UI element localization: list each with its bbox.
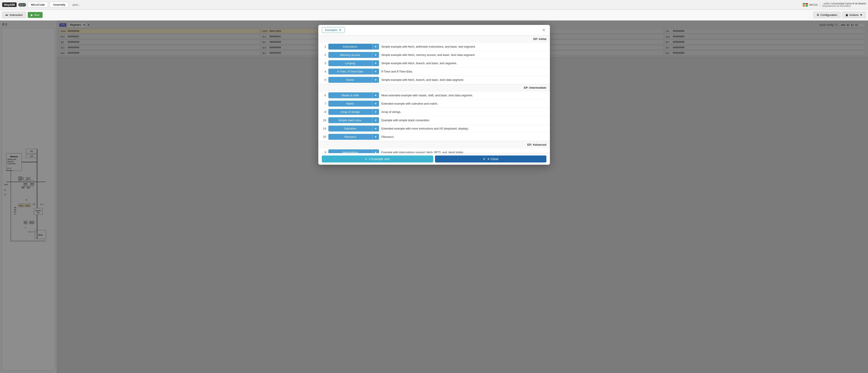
example-button[interactable]: Memory access xyxy=(329,52,372,58)
example-btn-group: If-Then, If-Then-Else▼ xyxy=(329,69,379,74)
top-bar: WepSIM 2.2.* MicroCode Assembly proc... … xyxy=(0,0,868,10)
run-icon: ▶ xyxy=(31,13,33,17)
example-row: 7Matrix▼Extended example with subrutine … xyxy=(318,100,550,108)
example-description: If-Then and If-Then-Else. xyxy=(381,70,547,73)
example-button[interactable]: Simple stack conv. xyxy=(329,117,372,123)
arcos-logo: ARCOS xyxy=(803,3,818,6)
step-icon: ⏭ xyxy=(5,13,8,17)
example-dropdown-button[interactable]: ▼ xyxy=(372,60,379,66)
run-button[interactable]: ▶ Run xyxy=(28,12,42,18)
arcos-blocks-icon xyxy=(803,3,808,6)
row-number: 9 xyxy=(321,151,326,153)
config-icon: ⚙ xyxy=(817,13,819,17)
example-row: 19Subrutine▼Extended example with more i… xyxy=(318,124,550,133)
example-row: 20Fibonacci▼Fibonacci. xyxy=(318,133,550,141)
arcos-text: ARCOS xyxy=(809,3,818,6)
row-number: 8 xyxy=(321,110,326,114)
example-btn-group: Vector▼ xyxy=(329,77,379,83)
example-button[interactable]: Fibonacci xyxy=(329,134,372,140)
row-number: 2 xyxy=(321,53,326,57)
example-dropdown-button[interactable]: ▼ xyxy=(372,69,379,74)
example-description: Extended example with more instructions … xyxy=(381,127,547,130)
example-row: 18Simple stack conv.▼Example with simple… xyxy=(318,116,550,124)
example-btn-group: Interruptions▼ xyxy=(329,149,379,153)
app-version: 2.2.* xyxy=(18,3,26,6)
example-dropdown-button[interactable]: ▼ xyxy=(372,149,379,153)
example-button[interactable]: If-Then, If-Then-Else xyxy=(329,69,372,74)
example-row: 2Memory access▼Simple example with fetch… xyxy=(318,51,550,59)
example-description: Example with simple stack convention. xyxy=(381,119,547,122)
example-row: 8Array of strings▼Array of strings. xyxy=(318,108,550,116)
example-dropdown-button[interactable]: ▼ xyxy=(372,101,379,106)
modal-body: EP: Initial1Instructions▼Simple example … xyxy=(318,35,550,153)
row-number: 3 xyxy=(321,62,326,65)
app-logo: WepSIM xyxy=(2,2,17,7)
examples-dropdown-icon: ▼ xyxy=(339,28,342,32)
proc-tab: proc... xyxy=(70,2,83,7)
modal-header: Examples ▼ × xyxy=(318,25,550,35)
example-btn-group: Subrutine▼ xyxy=(329,126,379,131)
examples-dropdown-button[interactable]: Examples ▼ xyxy=(322,27,345,33)
example-button[interactable]: Interruptions xyxy=(329,149,372,153)
actions-dropdown-icon: ▼ xyxy=(860,13,863,17)
example-row: 9Interruptions▼Example with interruption… xyxy=(318,148,550,153)
list-icon: ≡ xyxy=(365,157,367,161)
example-row: 4If-Then, If-Then-Else▼If-Then and If-Th… xyxy=(318,67,550,76)
example-btn-group: Instructions▼ xyxy=(329,44,379,50)
example-button[interactable]: Subrutine xyxy=(329,126,372,131)
row-number: 5 xyxy=(321,78,326,82)
example-dropdown-button[interactable]: ▼ xyxy=(372,109,379,115)
example-button[interactable]: Array of strings xyxy=(329,109,372,115)
example-btn-group: Matrix▼ xyxy=(329,101,379,106)
example-button[interactable]: Matrix xyxy=(329,101,372,106)
example-sets-button[interactable]: ≡ ≡ Example sets xyxy=(322,155,433,162)
example-button[interactable]: Vector xyxy=(329,77,372,83)
example-row: 6Masks & shift▼More extended example wit… xyxy=(318,91,550,100)
example-description: Fibonacci. xyxy=(381,135,547,138)
row-number: 18 xyxy=(321,119,326,122)
assembly-button[interactable]: Assembly xyxy=(50,2,69,8)
example-button[interactable]: Masks & shift xyxy=(329,92,372,98)
modal-footer: ≡ ≡ Example sets ✕ ✕ Close xyxy=(318,153,550,165)
configuration-button[interactable]: ⚙ Configuration xyxy=(813,12,840,18)
example-btn-group: Simple stack conv.▼ xyxy=(329,117,379,123)
modal-close-footer-button[interactable]: ✕ ✕ Close xyxy=(435,155,547,162)
examples-modal: Examples ▼ × EP: Initial1Instructions▼Si… xyxy=(318,25,550,165)
example-description: Simple example with fetch, arithmetic in… xyxy=(381,45,547,48)
example-description: Simple example with fetch, branch, and b… xyxy=(381,78,547,82)
uc3m-logo: · uc3m | Universidad Carlos III de Madri… xyxy=(820,2,866,7)
example-dropdown-button[interactable]: ▼ xyxy=(372,92,379,98)
example-btn-group: Looping▼ xyxy=(329,60,379,66)
section-header-initial: EP: Initial xyxy=(318,35,550,42)
example-btn-group: Array of strings▼ xyxy=(329,109,379,115)
example-button[interactable]: Looping xyxy=(329,60,372,66)
example-dropdown-button[interactable]: ▼ xyxy=(372,134,379,140)
example-btn-group: Masks & shift▼ xyxy=(329,92,379,98)
row-number: 6 xyxy=(321,94,326,97)
instruction-button[interactable]: ⏭ Instruction xyxy=(2,12,26,18)
example-dropdown-button[interactable]: ▼ xyxy=(372,77,379,83)
example-dropdown-button[interactable]: ▼ xyxy=(372,52,379,58)
second-bar: ⏭ Instruction ▶ Run ⚙ Configuration ▣ Ac… xyxy=(0,10,868,21)
example-btn-group: Fibonacci▼ xyxy=(329,134,379,140)
top-bar-right: ARCOS · uc3m | Universidad Carlos III de… xyxy=(803,2,866,7)
example-button[interactable]: Instructions xyxy=(329,44,372,50)
row-number: 20 xyxy=(321,135,326,138)
actions-button[interactable]: ▣ Actions ▼ xyxy=(842,12,866,18)
example-row: 3Looping▼Simple example with fetch, bran… xyxy=(318,59,550,67)
example-dropdown-button[interactable]: ▼ xyxy=(372,117,379,123)
row-number: 4 xyxy=(321,70,326,73)
example-description: More extended example with masks, shift,… xyxy=(381,94,547,97)
example-row: 5Vector▼Simple example with fetch, branc… xyxy=(318,76,550,84)
modal-overlay: Examples ▼ × EP: Initial1Instructions▼Si… xyxy=(0,21,868,373)
section-header-advanced: EP: Advanced xyxy=(318,141,550,148)
example-row: 1Instructions▼Simple example with fetch,… xyxy=(318,42,550,51)
main-content: ⚙ ℹ Memory Address Bus Data Bus Control … xyxy=(0,21,868,373)
second-bar-right: ⚙ Configuration ▣ Actions ▼ xyxy=(813,12,866,18)
microcode-button[interactable]: MicroCode xyxy=(28,2,48,8)
example-dropdown-button[interactable]: ▼ xyxy=(372,126,379,131)
example-dropdown-button[interactable]: ▼ xyxy=(372,44,379,50)
example-description: Extended example with subrutine and matr… xyxy=(381,102,547,105)
modal-close-button[interactable]: × xyxy=(541,28,547,33)
example-description: Array of strings. xyxy=(381,110,547,114)
